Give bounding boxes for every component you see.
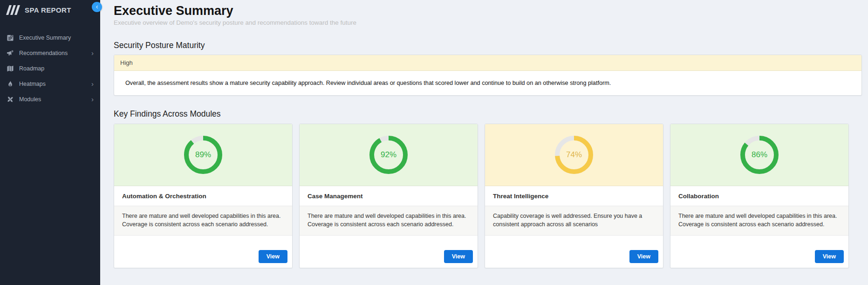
card-hero: 92%	[300, 124, 478, 186]
chevron-right-icon: ›	[91, 49, 94, 56]
card-hero: 86%	[670, 124, 848, 186]
report-icon	[7, 34, 14, 42]
view-button[interactable]: View	[444, 250, 473, 263]
finding-card-automation-orchestration: 89% Automation & Orchestration There are…	[114, 124, 293, 268]
card-description: Capability coverage is well addressed. E…	[485, 206, 663, 236]
donut-chart: 92%	[369, 135, 408, 174]
donut-chart: 86%	[740, 135, 779, 174]
chevron-left-icon: ‹	[96, 3, 98, 10]
sidebar-item-label: Modules	[19, 96, 41, 103]
chevron-right-icon: ›	[91, 80, 94, 87]
view-button[interactable]: View	[259, 250, 287, 263]
sidebar-item-executive-summary[interactable]: Executive Summary	[0, 30, 100, 45]
card-title: Threat Intelligence	[485, 186, 663, 206]
sidebar-item-label: Roadmap	[19, 65, 44, 72]
posture-description: Overall, the assessment results show a m…	[114, 71, 861, 95]
posture-section-heading: Security Posture Maturity	[114, 41, 862, 50]
card-description: There are mature and well developed capa…	[670, 206, 848, 236]
brand-name: SPA REPORT	[25, 6, 71, 14]
card-title: Automation & Orchestration	[114, 186, 292, 206]
sidebar-item-recommendations[interactable]: Recommendations ›	[0, 45, 100, 61]
sidebar: SPA REPORT Executive Summary Recommendat…	[0, 0, 100, 285]
sidebar-menu: Executive Summary Recommendations › Road…	[0, 30, 100, 107]
map-icon	[7, 65, 14, 72]
main-content: Executive Summary Executive overview of …	[100, 0, 868, 285]
card-hero: 74%	[485, 124, 663, 186]
chevron-right-icon: ›	[91, 96, 94, 103]
donut-percent-label: 86%	[740, 135, 779, 174]
view-button[interactable]: View	[629, 250, 658, 263]
posture-card: High Overall, the assessment results sho…	[114, 55, 862, 96]
finding-card-case-management: 92% Case Management There are mature and…	[299, 124, 478, 268]
sidebar-item-modules[interactable]: Modules ›	[0, 91, 100, 107]
sidebar-item-label: Executive Summary	[19, 35, 71, 41]
card-description: There are mature and well developed capa…	[300, 206, 478, 236]
card-title: Collaboration	[670, 186, 848, 206]
posture-level-badge: High	[114, 55, 861, 71]
sidebar-item-label: Recommendations	[19, 50, 68, 56]
flame-icon	[7, 80, 14, 88]
bullhorn-icon	[7, 49, 14, 57]
findings-section-heading: Key Findings Across Modules	[114, 109, 862, 119]
sidebar-item-heatmaps[interactable]: Heatmaps ›	[0, 76, 100, 91]
card-title: Case Management	[300, 186, 478, 206]
finding-card-collaboration: 86% Collaboration There are mature and w…	[670, 124, 849, 268]
card-footer: View	[485, 245, 663, 268]
donut-chart: 74%	[554, 135, 594, 174]
card-footer: View	[670, 245, 848, 268]
findings-cards-row: 89% Automation & Orchestration There are…	[114, 124, 862, 268]
card-description: There are mature and well developed capa…	[114, 206, 292, 236]
card-footer: View	[300, 245, 478, 268]
card-hero: 89%	[114, 124, 292, 186]
page-title: Executive Summary	[114, 3, 862, 18]
donut-percent-label: 92%	[369, 135, 408, 174]
finding-card-threat-intelligence: 74% Threat Intelligence Capability cover…	[485, 124, 663, 268]
sidebar-collapse-button[interactable]: ‹	[92, 2, 102, 12]
view-button[interactable]: View	[815, 250, 844, 263]
app-logo-icon	[6, 5, 20, 15]
donut-percent-label: 89%	[184, 135, 223, 174]
page-subtitle: Executive overview of Demo's security po…	[114, 19, 862, 26]
donut-percent-label: 74%	[554, 135, 594, 174]
donut-chart: 89%	[184, 135, 223, 174]
sidebar-item-label: Heatmaps	[19, 81, 46, 87]
card-footer: View	[114, 245, 292, 268]
sidebar-item-roadmap[interactable]: Roadmap	[0, 61, 100, 76]
brand: SPA REPORT	[0, 0, 100, 19]
modules-icon	[7, 96, 14, 103]
